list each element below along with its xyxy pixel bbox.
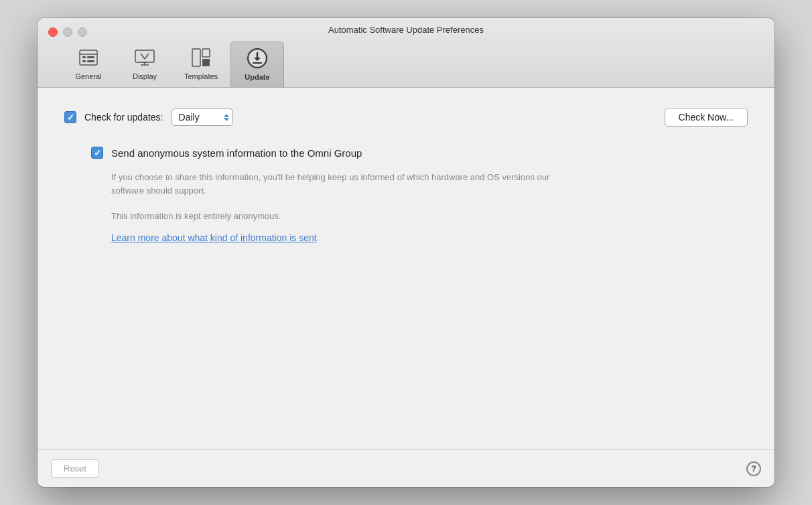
tab-update-label: Update xyxy=(245,73,269,81)
minimize-button[interactable] xyxy=(63,27,72,37)
check-updates-checkbox[interactable] xyxy=(64,111,76,123)
svg-rect-4 xyxy=(82,60,86,62)
window-title: Automatic Software Update Preferences xyxy=(328,25,484,35)
frequency-select-wrapper: Daily Weekly Monthly xyxy=(172,109,233,126)
tab-update[interactable]: Update xyxy=(230,42,284,87)
tab-display-label: Display xyxy=(133,72,157,80)
update-icon xyxy=(245,46,269,70)
toolbar: General Display xyxy=(62,42,284,87)
anon-title: Send anonymous system information to the… xyxy=(111,147,362,159)
content-area: Check for updates: Daily Weekly Monthly … xyxy=(38,88,774,449)
tab-general[interactable]: General xyxy=(62,42,115,87)
svg-rect-12 xyxy=(202,59,210,66)
svg-rect-5 xyxy=(87,60,94,62)
svg-rect-6 xyxy=(135,50,154,62)
svg-rect-11 xyxy=(202,49,210,57)
svg-rect-3 xyxy=(87,56,94,58)
check-updates-label: Check for updates: xyxy=(84,112,163,123)
updates-left: Check for updates: Daily Weekly Monthly xyxy=(64,109,233,126)
titlebar: Automatic Software Update Preferences Ge… xyxy=(38,18,774,88)
templates-icon xyxy=(189,46,213,70)
general-icon xyxy=(76,46,100,70)
frequency-select[interactable]: Daily Weekly Monthly xyxy=(172,109,233,126)
check-now-button[interactable]: Check Now... xyxy=(665,108,748,127)
anon-note: This information is kept entirely anonym… xyxy=(111,210,748,223)
tab-templates-label: Templates xyxy=(184,72,218,80)
anon-header: Send anonymous system information to the… xyxy=(91,147,748,159)
tab-templates[interactable]: Templates xyxy=(174,42,228,87)
help-button[interactable]: ? xyxy=(746,461,761,476)
close-button[interactable] xyxy=(48,27,58,37)
anon-section: Send anonymous system information to the… xyxy=(91,147,748,243)
check-updates-row: Check for updates: Daily Weekly Monthly … xyxy=(64,108,748,127)
reset-button[interactable]: Reset xyxy=(51,459,99,478)
tab-general-label: General xyxy=(75,72,101,80)
svg-rect-10 xyxy=(192,49,200,66)
svg-rect-2 xyxy=(82,56,86,58)
display-icon xyxy=(133,46,157,70)
tab-display[interactable]: Display xyxy=(118,42,172,87)
anon-description: If you choose to share this information,… xyxy=(111,171,567,198)
preferences-window: Automatic Software Update Preferences Ge… xyxy=(38,18,774,487)
window-controls xyxy=(48,27,87,37)
learn-more-link[interactable]: Learn more about what kind of informatio… xyxy=(111,232,748,243)
maximize-button[interactable] xyxy=(78,27,87,37)
anon-checkbox[interactable] xyxy=(91,147,103,159)
bottom-bar: Reset ? xyxy=(38,449,774,487)
